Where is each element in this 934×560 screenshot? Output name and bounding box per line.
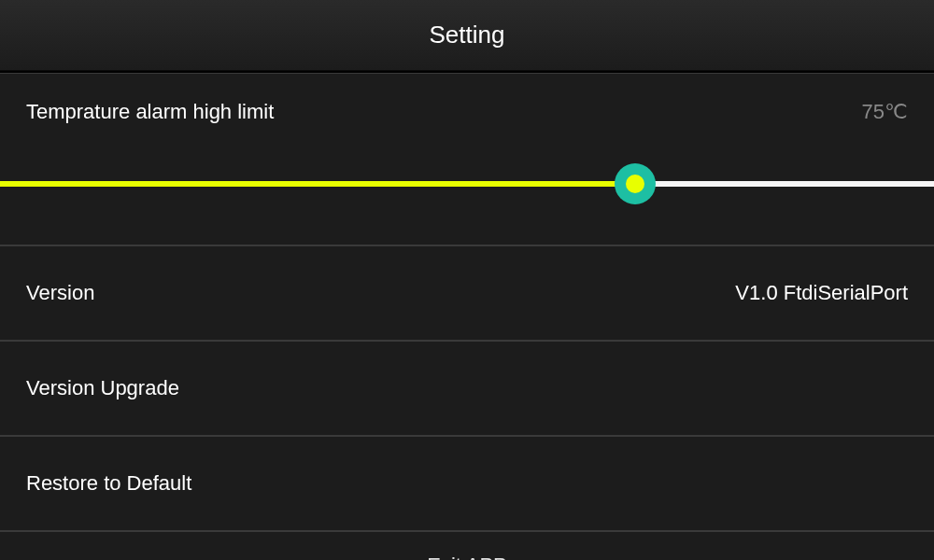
version-label: Version	[26, 281, 94, 305]
restore-default-label: Restore to Default	[26, 471, 191, 496]
slider-thumb[interactable]	[615, 163, 656, 204]
setting-restore-default[interactable]: Restore to Default	[0, 436, 934, 531]
spacer	[0, 212, 934, 245]
setting-temperature-limit: Temprature alarm high limit 75℃	[0, 73, 934, 212]
page-title: Setting	[430, 21, 505, 49]
exit-app-label: Exit APP	[427, 553, 507, 561]
version-upgrade-label: Version Upgrade	[26, 376, 179, 400]
temperature-label: Temprature alarm high limit	[26, 100, 274, 124]
slider-thumb-inner	[626, 175, 644, 193]
setting-exit-app[interactable]: Exit APP	[0, 531, 934, 560]
temperature-slider[interactable]	[0, 156, 934, 212]
temperature-header: Temprature alarm high limit 75℃	[26, 100, 908, 124]
setting-version-upgrade[interactable]: Version Upgrade	[0, 341, 934, 436]
settings-list: Temprature alarm high limit 75℃ Version …	[0, 71, 934, 560]
setting-version[interactable]: Version V1.0 FtdiSerialPort	[0, 245, 934, 341]
header-bar: Setting	[0, 0, 934, 71]
version-value: V1.0 FtdiSerialPort	[735, 281, 908, 305]
slider-fill	[0, 181, 635, 187]
temperature-value: 75℃	[862, 100, 908, 124]
